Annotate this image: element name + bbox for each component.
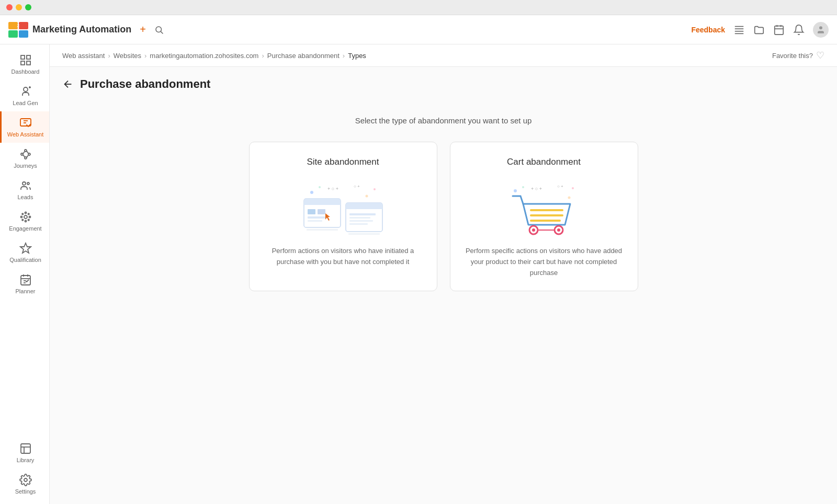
svg-rect-74 [349, 213, 376, 215]
user-icon [816, 25, 825, 35]
svg-rect-52 [21, 444, 30, 453]
sidebar-item-library[interactable]: Library [0, 437, 49, 468]
sidebar-item-engagement[interactable]: Engagement [0, 205, 49, 237]
breadcrumb-bar: Web assistant › Websites › marketingauto… [50, 44, 837, 67]
svg-rect-3 [19, 30, 28, 38]
search-icon[interactable] [154, 25, 164, 35]
list-icon[interactable] [733, 24, 745, 36]
svg-point-58 [374, 188, 376, 190]
cart-abandonment-desc: Perform specific actions on visitors who… [463, 246, 625, 278]
svg-line-33 [27, 155, 28, 157]
cart-abandonment-illustration: + ○ + ○ + [492, 178, 596, 246]
svg-text:Z: Z [17, 24, 20, 28]
web-assistant-icon [19, 117, 32, 129]
content-area: Select the type of abandonment you want … [50, 97, 837, 504]
back-button[interactable] [62, 78, 74, 90]
back-arrow-icon [62, 78, 74, 90]
svg-text:○ +: ○ + [354, 184, 360, 189]
page-title: Purchase abandonment [80, 77, 210, 91]
svg-point-15 [819, 26, 822, 29]
select-prompt: Select the type of abandonment you want … [62, 116, 824, 125]
cards-row: Site abandonment + ○ + ○ + [62, 142, 824, 291]
topbar-icons: Feedback [691, 22, 829, 38]
svg-point-5 [156, 27, 162, 32]
svg-line-30 [23, 152, 25, 154]
journeys-icon [19, 148, 32, 161]
sidebar-item-qualification[interactable]: Qualification [0, 237, 49, 268]
svg-point-90 [532, 228, 535, 232]
svg-point-20 [24, 87, 28, 91]
qualification-icon [19, 242, 32, 255]
svg-rect-68 [308, 216, 326, 219]
sidebar-item-journeys[interactable]: Journeys [0, 143, 49, 174]
favorite-label: Favorite this? [772, 52, 813, 60]
svg-rect-2 [8, 30, 18, 38]
site-abandonment-card[interactable]: Site abandonment + ○ + ○ + [249, 142, 437, 291]
sidebar-item-leads[interactable]: Leads [0, 174, 49, 205]
main-content: Web assistant › Websites › marketingauto… [50, 44, 837, 504]
breadcrumb-sep-2: › [144, 52, 146, 60]
svg-rect-78 [307, 229, 338, 231]
breadcrumb-websites[interactable]: Websites [114, 52, 141, 60]
svg-point-26 [21, 153, 23, 155]
cart-abandonment-card[interactable]: Cart abandonment + ○ + ○ + [450, 142, 638, 291]
favorite-area[interactable]: Favorite this? ♡ [772, 50, 824, 61]
calendar-icon[interactable] [773, 24, 785, 36]
svg-rect-75 [349, 217, 370, 219]
svg-rect-46 [21, 276, 30, 285]
svg-rect-16 [21, 55, 25, 59]
svg-rect-17 [27, 55, 30, 59]
svg-point-28 [25, 157, 27, 159]
feedback-button[interactable]: Feedback [691, 26, 725, 34]
sidebar-item-planner[interactable]: Planner [0, 268, 49, 300]
sidebar-item-web-assistant[interactable]: Web Assistant [0, 111, 49, 143]
library-icon [19, 442, 32, 455]
breadcrumb-sep-4: › [343, 52, 345, 60]
svg-rect-76 [349, 220, 373, 222]
sidebar-item-lead-gen[interactable]: Lead Gen [0, 80, 49, 111]
svg-rect-77 [349, 223, 368, 225]
cart-abandonment-title: Cart abandonment [507, 157, 581, 167]
svg-point-40 [29, 216, 30, 218]
svg-point-37 [25, 212, 26, 214]
breadcrumb-purchase-abandonment[interactable]: Purchase abandonment [267, 52, 340, 60]
sidebar-item-dashboard[interactable]: Dashboard [0, 49, 49, 80]
sidebar-item-settings[interactable]: Settings [0, 468, 49, 500]
planner-icon [19, 273, 32, 286]
add-button[interactable]: + [140, 24, 146, 36]
bell-icon[interactable] [793, 24, 805, 36]
breadcrumb-web-assistant[interactable]: Web assistant [62, 52, 105, 60]
folder-icon[interactable] [753, 24, 765, 36]
svg-rect-67 [318, 209, 325, 214]
svg-point-29 [28, 153, 30, 155]
svg-point-35 [27, 182, 29, 185]
svg-rect-65 [304, 202, 341, 205]
window-chrome [0, 0, 837, 15]
svg-point-41 [22, 213, 23, 214]
svg-rect-1 [19, 22, 28, 29]
site-abandonment-illustration: + ○ + ○ + [291, 178, 395, 246]
breadcrumb-sep-1: › [108, 52, 110, 60]
svg-rect-73 [346, 206, 382, 209]
svg-text:○ +: ○ + [557, 184, 563, 189]
svg-point-55 [24, 478, 27, 482]
breadcrumb-domain[interactable]: marketingautomation.zohosites.com [150, 52, 258, 60]
svg-point-80 [514, 189, 517, 192]
settings-icon [19, 474, 32, 486]
avatar[interactable] [813, 22, 829, 38]
svg-point-39 [20, 216, 22, 218]
sidebar: Dashboard Lead Gen Web Assistant [0, 44, 50, 504]
leads-icon [19, 179, 32, 192]
svg-rect-66 [308, 209, 315, 214]
svg-text:+ ○ +: + ○ + [327, 186, 338, 191]
svg-rect-69 [308, 220, 322, 222]
app-body: Dashboard Lead Gen Web Assistant [0, 44, 837, 504]
zoho-logo: Z [8, 22, 28, 38]
svg-line-31 [23, 155, 25, 157]
svg-text:+ ○ +: + ○ + [531, 186, 542, 191]
heart-icon[interactable]: ♡ [816, 50, 824, 61]
close-button[interactable] [6, 4, 13, 10]
svg-line-6 [161, 31, 163, 33]
maximize-button[interactable] [25, 4, 31, 10]
minimize-button[interactable] [16, 4, 22, 10]
